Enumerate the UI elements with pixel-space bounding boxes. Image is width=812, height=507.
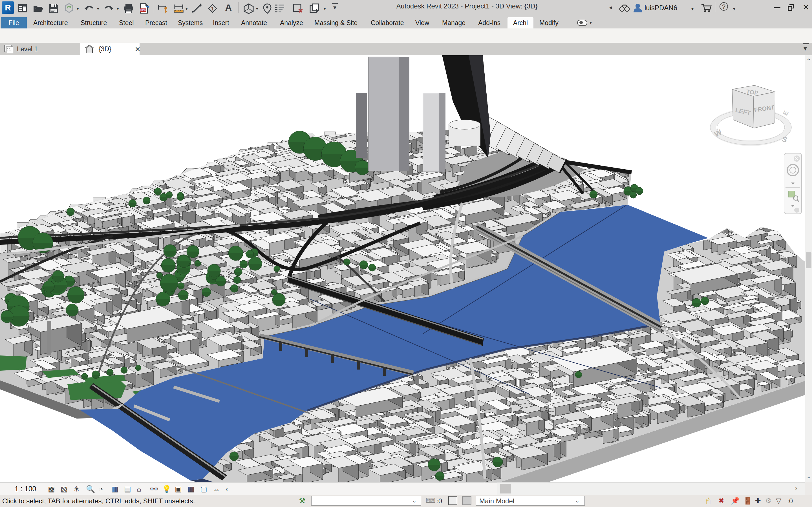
svg-text:PDF: PDF bbox=[140, 9, 146, 12]
svg-text:1: 1 bbox=[211, 6, 214, 11]
